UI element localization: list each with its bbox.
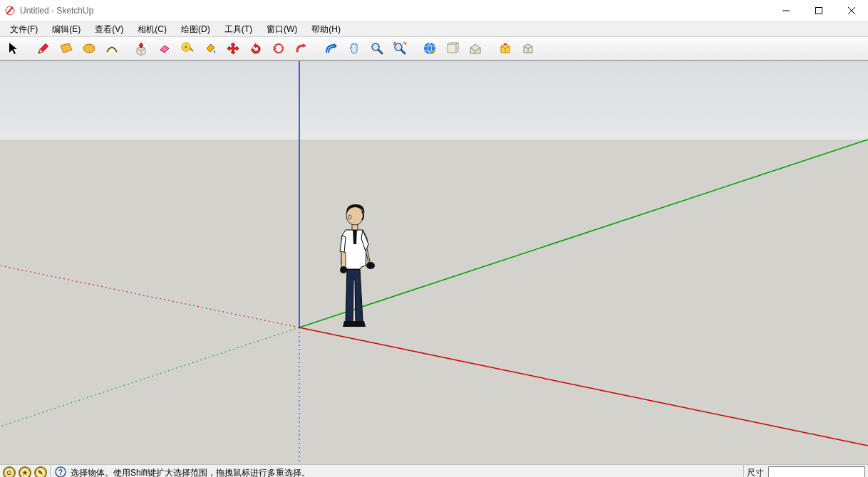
menu-draw[interactable]: 绘图(D) <box>174 22 217 37</box>
svg-point-15 <box>366 262 375 269</box>
pencil-tool-icon[interactable] <box>33 38 54 59</box>
maximize-button[interactable] <box>802 0 835 21</box>
menu-bar: 文件(F) 编辑(E) 查看(V) 相机(C) 绘图(D) 工具(T) 窗口(W… <box>0 22 868 37</box>
menu-edit[interactable]: 编辑(E) <box>45 22 88 37</box>
menu-camera[interactable]: 相机(C) <box>130 22 174 37</box>
dimension-label: 尺寸 <box>747 467 764 478</box>
svg-point-4 <box>185 46 187 48</box>
svg-rect-1 <box>816 8 822 14</box>
status-indicator-icons: ⊙ ★ ✎ <box>0 465 51 477</box>
geo-location-icon[interactable]: ⊙ <box>3 466 16 477</box>
menu-window[interactable]: 窗口(W) <box>259 22 304 37</box>
warehouse-icon[interactable] <box>495 38 516 59</box>
svg-point-7 <box>424 43 435 54</box>
svg-point-18 <box>348 215 351 219</box>
follow-me-tool-icon[interactable] <box>291 38 312 59</box>
minimize-button[interactable] <box>770 0 802 21</box>
svg-text:?: ? <box>58 468 63 476</box>
viewport[interactable] <box>0 61 868 464</box>
select-tool-icon[interactable] <box>3 38 24 59</box>
rotate-tool-icon[interactable] <box>245 38 267 59</box>
menu-help[interactable]: 帮助(H) <box>304 22 348 37</box>
toolbar <box>0 37 868 61</box>
app-icon <box>4 5 16 16</box>
close-button[interactable] <box>835 0 868 21</box>
svg-rect-16 <box>352 223 358 230</box>
help-icon[interactable]: ? <box>55 466 66 478</box>
credits-icon[interactable]: ★ <box>19 466 31 477</box>
status-hint: 选择物体。使用Shift键扩大选择范围，拖拽鼠标进行多重选择。 <box>71 467 310 478</box>
move-tool-icon[interactable] <box>222 38 244 59</box>
scale-figure <box>331 201 381 330</box>
push-pull-tool-icon[interactable] <box>131 38 153 59</box>
eraser-tool-icon[interactable] <box>154 38 175 59</box>
svg-line-13 <box>0 266 299 327</box>
svg-point-17 <box>346 206 363 225</box>
circle-tool-icon[interactable] <box>78 38 100 59</box>
svg-line-10 <box>299 140 868 327</box>
status-bar: ⊙ ★ ✎ ? 选择物体。使用Shift键扩大选择范围，拖拽鼠标进行多重选择。 … <box>0 464 868 477</box>
zoom-tool-icon[interactable] <box>366 38 388 59</box>
sync-icon[interactable]: ✎ <box>34 466 47 477</box>
svg-line-11 <box>0 327 299 426</box>
arc-tool-icon[interactable] <box>101 38 123 59</box>
offset-tool-icon[interactable] <box>321 38 342 59</box>
rectangle-tool-icon[interactable] <box>56 38 77 59</box>
get-models-icon[interactable] <box>419 38 440 59</box>
tape-measure-tool-icon[interactable] <box>177 38 198 59</box>
extensions-icon[interactable] <box>517 38 539 59</box>
title-bar: Untitled - SketchUp <box>0 0 868 22</box>
dimension-input[interactable] <box>768 466 865 477</box>
svg-point-14 <box>340 266 347 273</box>
zoom-extents-tool-icon[interactable] <box>389 38 410 59</box>
pan-tool-icon[interactable] <box>343 38 365 59</box>
svg-point-2 <box>83 44 95 53</box>
scale-tool-icon[interactable] <box>268 38 289 59</box>
share-model-icon[interactable] <box>442 38 463 59</box>
sky-background <box>0 61 868 140</box>
menu-tools[interactable]: 工具(T) <box>217 22 259 37</box>
menu-view[interactable]: 查看(V) <box>88 22 130 37</box>
window-title: Untitled - SketchUp <box>20 6 93 16</box>
model-info-icon[interactable] <box>465 38 486 59</box>
svg-line-12 <box>299 327 868 446</box>
paint-bucket-tool-icon[interactable] <box>200 38 221 59</box>
menu-file[interactable]: 文件(F) <box>3 22 45 37</box>
